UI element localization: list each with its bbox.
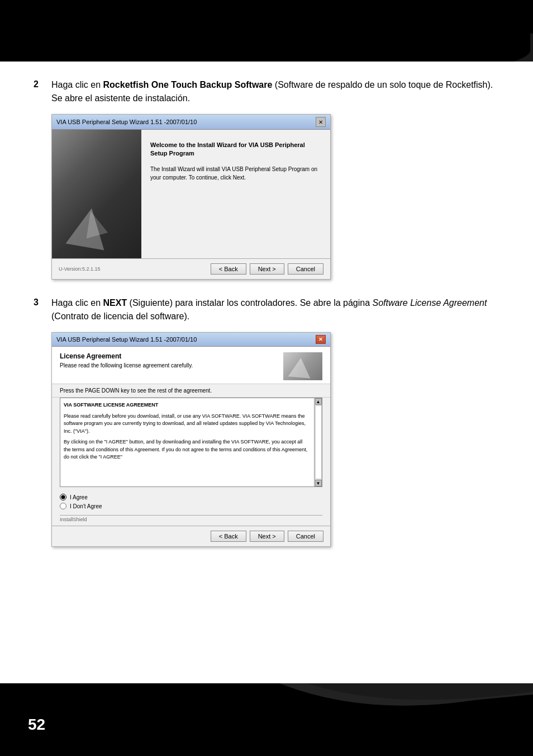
dialog-2-titlebar: VIA USB Peripheral Setup Wizard 1.51 -20… xyxy=(52,333,330,347)
radio-agree-option[interactable]: I Agree xyxy=(60,494,322,500)
dialog-2-back-button[interactable]: < Back xyxy=(211,531,246,542)
dialog-2-agree-section: I Agree I Don't Agree xyxy=(52,492,330,515)
license-scrollbar[interactable]: ▲ ▼ xyxy=(314,398,322,486)
dialog-2-pgdn-note: Press the PAGE DOWN key to see the rest … xyxy=(52,384,330,398)
step-2-header: 2 Haga clic en Rocketfish One Touch Back… xyxy=(34,78,499,105)
step-3-text-after: (Siguiente) para instalar los controlado… xyxy=(127,298,372,308)
dialog-1-titlebar: VIA USB Peripheral Setup Wizard 1.51 -20… xyxy=(52,115,330,130)
step-3-text-final: (Contrato de licencia del software). xyxy=(51,311,189,321)
dialog-1: VIA USB Peripheral Setup Wizard 1.51 -20… xyxy=(51,114,331,280)
dialog-1-content: Welcome to the Install Wizard for VIA US… xyxy=(141,130,330,258)
dialog-1-back-button[interactable]: < Back xyxy=(211,263,246,275)
dialog-2-header-desc: Please read the following license agreem… xyxy=(60,362,193,368)
step-2-bold: Rocketfish One Touch Backup Software xyxy=(103,80,273,89)
dialog-1-welcome-title: Welcome to the Install Wizard for VIA US… xyxy=(150,141,321,158)
bottom-bar: 52 xyxy=(0,683,533,756)
dialog-2-header: License Agreement Please read the follow… xyxy=(52,347,330,384)
radio-agree-label: I Agree xyxy=(70,494,88,500)
dialog-2-cancel-button[interactable]: Cancel xyxy=(288,531,323,542)
scroll-up-arrow[interactable]: ▲ xyxy=(315,398,322,405)
installshield-label: InstallShield xyxy=(60,515,322,522)
dialog-1-title: VIA USB Peripheral Setup Wizard 1.51 -20… xyxy=(56,119,197,125)
step-2: 2 Haga clic en Rocketfish One Touch Back… xyxy=(34,78,499,280)
license-para-1: Please read carefully before you downloa… xyxy=(64,413,311,436)
step-3-bold: NEXT xyxy=(103,298,127,308)
dialog-2: VIA USB Peripheral Setup Wizard 1.51 -20… xyxy=(51,332,331,547)
step-3: 3 Haga clic en NEXT (Siguiente) para ins… xyxy=(34,296,499,547)
dialog-1-close-button[interactable]: ✕ xyxy=(316,117,326,127)
dialog-2-close-button[interactable]: ✕ xyxy=(316,335,326,344)
step-3-number: 3 xyxy=(34,297,45,308)
dialog-2-title: VIA USB Peripheral Setup Wizard 1.51 -20… xyxy=(56,336,197,343)
main-content: 2 Haga clic en Rocketfish One Touch Back… xyxy=(0,62,533,575)
radio-disagree-input[interactable] xyxy=(60,503,66,509)
step-3-text-before: Haga clic en xyxy=(51,298,103,308)
radio-disagree-label: I Don't Agree xyxy=(70,503,102,509)
radio-disagree-option[interactable]: I Don't Agree xyxy=(60,503,322,509)
license-title: VIA SOFTWARE LICENSE AGREEMENT xyxy=(64,401,311,409)
step-2-text-before: Haga clic en xyxy=(51,80,103,89)
top-bar xyxy=(0,0,533,62)
radio-agree-input[interactable] xyxy=(60,494,66,500)
scroll-track[interactable] xyxy=(315,405,322,479)
dialog-2-header-title: License Agreement xyxy=(60,352,193,360)
dialog-1-cancel-button[interactable]: Cancel xyxy=(288,263,323,275)
dialog-1-version: U-Version:5.2.1.15 xyxy=(59,266,101,272)
dialog-2-license-box[interactable]: VIA SOFTWARE LICENSE AGREEMENT Please re… xyxy=(60,398,322,487)
step-2-number: 2 xyxy=(34,79,45,89)
dialog-2-next-button[interactable]: Next > xyxy=(250,531,284,542)
scroll-down-arrow[interactable]: ▼ xyxy=(315,480,322,486)
dialog-1-image xyxy=(52,130,141,258)
dialog-1-body: Welcome to the Install Wizard for VIA US… xyxy=(52,130,330,258)
dialog-1-welcome-desc: The Install Wizard will install VIA USB … xyxy=(150,165,321,182)
dialog-1-footer: U-Version:5.2.1.15 < Back Next > Cancel xyxy=(52,258,330,279)
dialog-2-header-logo xyxy=(283,352,322,380)
page-number: 52 xyxy=(28,716,45,734)
dialog-2-license-content: VIA SOFTWARE LICENSE AGREEMENT Please re… xyxy=(60,398,322,468)
step-3-italic: Software License Agreement xyxy=(373,298,487,308)
dialog-1-next-button[interactable]: Next > xyxy=(250,263,284,275)
step-3-header: 3 Haga clic en NEXT (Siguiente) para ins… xyxy=(34,296,499,323)
dialog-2-footer: < Back Next > Cancel xyxy=(52,526,330,546)
step-2-text: Haga clic en Rocketfish One Touch Backup… xyxy=(51,78,499,105)
license-para-2: By clicking on the "I AGREE" button, and… xyxy=(64,438,311,461)
step-3-text: Haga clic en NEXT (Siguiente) para insta… xyxy=(51,296,499,323)
dialog-2-header-text: License Agreement Please read the follow… xyxy=(60,352,193,368)
